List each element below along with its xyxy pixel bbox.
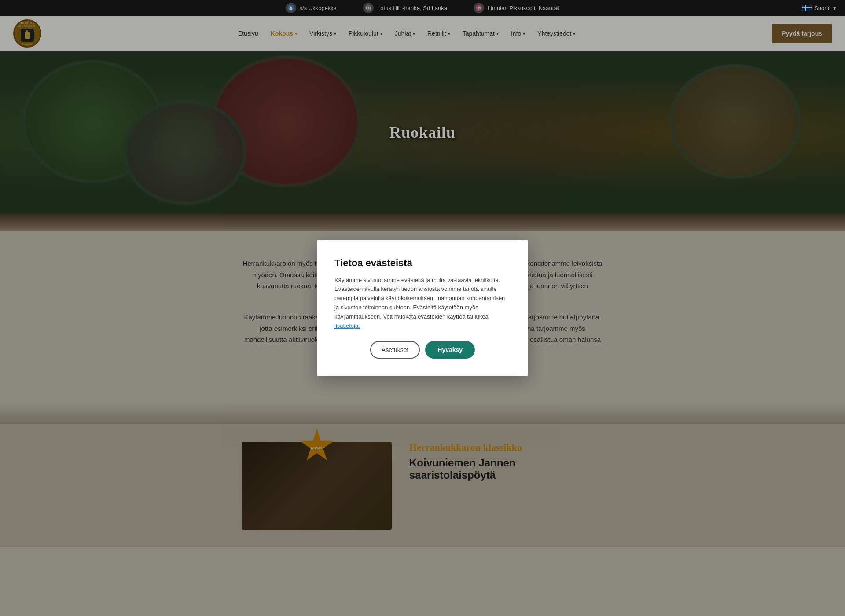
cookie-settings-button[interactable]: Asetukset [370, 341, 420, 359]
cookie-modal-title: Tietoa evästeistä [334, 257, 511, 269]
cookie-modal-text: Käytämme sivustollamme evästeitä ja muit… [334, 277, 505, 320]
cookie-accept-button[interactable]: Hyväksy [425, 341, 475, 359]
cookie-modal-overlay: Tietoa evästeistä Käytämme sivustollamme… [0, 0, 845, 616]
cookie-modal-buttons: Asetukset Hyväksy [334, 341, 511, 359]
cookie-more-info-link[interactable]: lisätietoja. [334, 323, 360, 329]
cookie-modal: Tietoa evästeistä Käytämme sivustollamme… [317, 240, 528, 377]
cookie-modal-body: Käytämme sivustollamme evästeitä ja muit… [334, 276, 511, 331]
